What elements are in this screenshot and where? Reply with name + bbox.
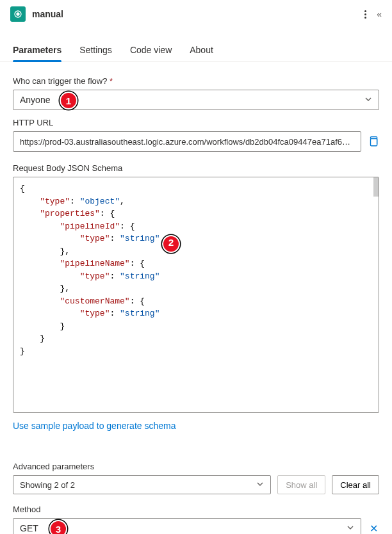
schema-label: Request Body JSON Schema: [13, 163, 379, 173]
trigger-value: Anyone: [20, 95, 50, 105]
http-url-field[interactable]: https://prod-03.australiasoutheast.logic…: [13, 131, 361, 152]
trigger-label: Who can trigger the flow? *: [13, 76, 379, 86]
clear-all-button[interactable]: Clear all: [332, 475, 379, 494]
advanced-params-label: Advanced parameters: [13, 462, 379, 471]
tab-parameters[interactable]: Parameters: [13, 40, 61, 61]
tab-code-view[interactable]: Code view: [130, 40, 172, 61]
use-sample-payload-link[interactable]: Use sample payload to generate schema: [13, 421, 176, 431]
scrollbar-thumb[interactable]: [373, 177, 379, 197]
advanced-params-dropdown[interactable]: Showing 2 of 2: [13, 475, 271, 494]
page-title: manual: [32, 9, 358, 19]
method-label: Method: [13, 505, 379, 514]
callout-badge-2: 2: [162, 235, 180, 253]
schema-editor[interactable]: { "type": "object", "properties": { "pip…: [13, 177, 379, 413]
callout-badge-1: 1: [60, 92, 78, 109]
chevron-down-icon: [256, 480, 264, 490]
callout-badge-3: 3: [49, 520, 67, 534]
advanced-params-value: Showing 2 of 2: [20, 480, 75, 490]
method-dropdown[interactable]: GET 3: [13, 518, 361, 534]
chevron-down-icon: [347, 523, 354, 533]
collapse-panel-button[interactable]: «: [377, 9, 382, 19]
trigger-dropdown[interactable]: Anyone 1: [13, 90, 379, 110]
svg-rect-2: [371, 139, 377, 146]
tab-bar: Parameters Settings Code view About: [0, 40, 392, 62]
svg-point-1: [17, 13, 19, 15]
tab-about[interactable]: About: [190, 40, 213, 61]
tab-settings[interactable]: Settings: [79, 40, 112, 61]
remove-method-button[interactable]: ✕: [368, 522, 379, 535]
trigger-icon: [10, 6, 26, 22]
more-menu-button[interactable]: [364, 10, 366, 19]
chevron-down-icon: [364, 95, 372, 105]
http-url-label: HTTP URL: [13, 118, 379, 127]
copy-url-button[interactable]: [368, 136, 379, 147]
show-all-button: Show all: [277, 475, 325, 494]
method-value: GET: [20, 523, 38, 533]
